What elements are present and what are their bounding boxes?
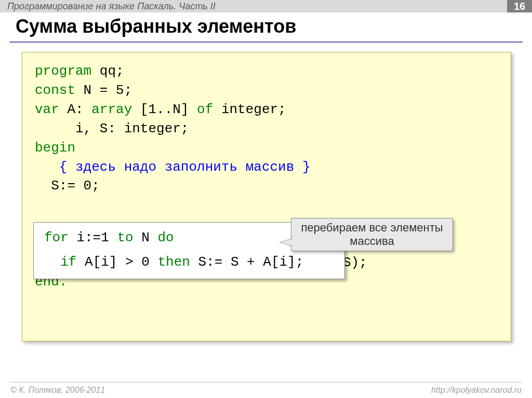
footer-url: http://kpolyakov.narod.ru xyxy=(431,386,522,395)
code-line: begin xyxy=(35,139,498,158)
header-bar: Программирование на языке Паскаль. Часть… xyxy=(0,0,532,12)
footer-copyright: © К. Поляков, 2006-2011 xyxy=(10,386,105,395)
title-underline xyxy=(9,42,523,43)
slide-title: Сумма выбранных элементов xyxy=(16,16,296,37)
code-line: S:= 0; xyxy=(35,176,498,196)
code-line: program qq; xyxy=(35,62,498,81)
code-line: var A: array [1..N] of integer; xyxy=(35,100,498,119)
code-box: program qq; const N = 5; var A: array [1… xyxy=(22,52,511,341)
header-title: Программирование на языке Паскаль. Часть… xyxy=(7,1,216,12)
code-line: const N = 5; xyxy=(35,81,498,100)
page-number: 16 xyxy=(507,0,532,12)
slide: Программирование на языке Паскаль. Часть… xyxy=(0,0,532,398)
code-line: i, S: integer; xyxy=(35,119,498,139)
code-line: { здесь надо заполнить массив } xyxy=(35,158,498,177)
code-line: if A[i] > 0 then S:= S + A[i]; xyxy=(44,250,334,275)
callout-text: перебираем все элементы массива xyxy=(291,221,453,249)
callout-box: перебираем все элементы массива xyxy=(291,218,453,251)
code-line xyxy=(35,196,498,215)
footer-line xyxy=(9,382,523,382)
